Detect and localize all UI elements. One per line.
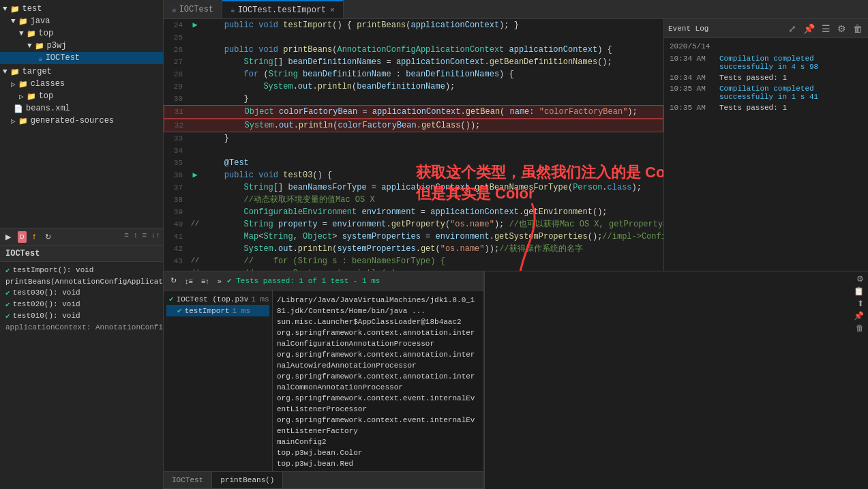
left-toolbar: ▶ D f ↻ ≡ ↕ ≡ ↓↑ bbox=[0, 228, 163, 246]
code-editor[interactable]: 24 ▶ public void testImport() { printBea… bbox=[164, 19, 663, 271]
bottom-tab-ioctest[interactable]: IOCTest bbox=[164, 472, 212, 488]
line-num-42: 42 bbox=[164, 243, 188, 255]
tree-item-top2[interactable]: ▷ 📁 top bbox=[0, 90, 163, 102]
settings-btn[interactable]: ⚙ bbox=[836, 23, 848, 34]
scroll-icon-3[interactable]: ⬆ bbox=[856, 299, 865, 308]
gutter-42 bbox=[188, 243, 202, 255]
line-content-34 bbox=[202, 145, 663, 157]
method-item-2[interactable]: ✔ test030(): void bbox=[3, 287, 160, 299]
console-line-2: org.springframework.context.annotation.i… bbox=[277, 327, 479, 349]
tree-item-p3wj[interactable]: ▼ 📁 p3wj bbox=[0, 40, 163, 52]
test-tree-item-testimport[interactable]: ✔ testImport 1 ms bbox=[166, 305, 269, 316]
tab-ioctest-testimport[interactable]: ☕ IOCTest.testImport × bbox=[222, 0, 344, 18]
code-line-34: 34 bbox=[164, 145, 663, 157]
collapse-btn[interactable]: ≡↑ bbox=[198, 276, 212, 286]
gutter-36[interactable]: ▶ bbox=[188, 169, 202, 181]
event-log-icons: ⤢ 📌 ☰ ⚙ 🗑 bbox=[787, 23, 864, 34]
line-content-42: System.out.println(systemProperties.get(… bbox=[202, 243, 663, 255]
method-item-4[interactable]: ✔ test010(): void bbox=[3, 310, 160, 322]
project-tree[interactable]: ▼ 📁 test ▼ 📁 java ▼ 📁 top ▼ bbox=[0, 0, 163, 228]
tree-label-beans-xml: beans.xml bbox=[26, 104, 70, 113]
tree-item-ioctest[interactable]: ☕ IOCTest bbox=[0, 52, 163, 64]
method-item-1[interactable]: printBeans(AnnotationConfigApplicationCo… bbox=[3, 276, 160, 287]
clear-btn[interactable]: 🗑 bbox=[852, 23, 864, 34]
tree-item-generated[interactable]: ▷ 📁 generated-sources bbox=[0, 115, 163, 127]
line-content-31: Object colorFactoryBean = applicationCon… bbox=[203, 106, 663, 118]
scroll-icon-4[interactable]: 📌 bbox=[852, 311, 865, 321]
gutter-31 bbox=[189, 106, 203, 118]
toolbar-debug-btn[interactable]: D bbox=[18, 231, 27, 243]
toolbar-coverage-btn[interactable]: f bbox=[31, 231, 38, 243]
code-line-35: 35 @Test bbox=[164, 157, 663, 169]
method-item-0[interactable]: ✔ testImport(): void bbox=[3, 265, 160, 276]
gutter-32 bbox=[189, 119, 203, 132]
line-content-33: } bbox=[202, 132, 663, 145]
toolbar-run-btn[interactable]: ▶ bbox=[3, 231, 14, 243]
line-num-35: 35 bbox=[164, 157, 188, 169]
gutter-39 bbox=[188, 206, 202, 218]
line-content-32: System.out.println(colorFactoryBean.getC… bbox=[203, 119, 663, 132]
method-item-5[interactable]: applicationContext: AnnotationConfigAppl… bbox=[3, 322, 160, 333]
more-btn[interactable]: » bbox=[215, 276, 224, 286]
gutter-38 bbox=[188, 194, 202, 206]
tree-item-top[interactable]: ▼ 📁 top bbox=[0, 27, 163, 40]
test-tree-label-ioctest: IOCTest (top.p3v bbox=[177, 295, 249, 303]
tab-close-icon[interactable]: × bbox=[330, 6, 335, 14]
event-text-1: Tests passed: 1 bbox=[719, 74, 787, 82]
sort-btn[interactable]: ↕≡ bbox=[182, 276, 196, 286]
code-line-29: 29 System.out.println(beanDefinitionName… bbox=[164, 80, 663, 93]
folder-icon-java: 📁 bbox=[18, 17, 28, 26]
event-link-0[interactable]: Compilation completed successfully in 4 … bbox=[719, 55, 863, 71]
console-line-1: sun.misc.Launcher$AppClassLoader@18b4aac… bbox=[277, 316, 479, 327]
line-num-32: 32 bbox=[164, 119, 189, 132]
console-line-7: mainConfig2 bbox=[277, 436, 479, 447]
code-lines: 24 ▶ public void testImport() { printBea… bbox=[164, 19, 663, 271]
event-link-2[interactable]: Compilation completed successfully in 1 … bbox=[719, 85, 863, 101]
gutter-44: // bbox=[188, 267, 202, 271]
toolbar-rerun-btn[interactable]: ↻ bbox=[42, 231, 54, 243]
line-content-24: public void testImport() { printBeans(ap… bbox=[202, 19, 663, 31]
chevron-down-icon-top: ▼ bbox=[19, 29, 24, 38]
tree-item-target[interactable]: ▼ 📁 target bbox=[0, 65, 163, 78]
gutter-30 bbox=[188, 93, 202, 105]
rerun-btn[interactable]: ↻ bbox=[168, 275, 179, 286]
chevron-right-icon-classes: ▷ bbox=[11, 80, 16, 89]
class-icon: ☕ bbox=[38, 54, 43, 63]
tree-item-beans-xml[interactable]: 📄 beans.xml bbox=[0, 102, 163, 115]
gutter-34 bbox=[188, 145, 202, 157]
console-line-6: org.springframework.context.event.intern… bbox=[277, 415, 479, 436]
gutter-24[interactable]: ▶ bbox=[188, 19, 202, 31]
tree-label-ioctest: IOCTest bbox=[46, 53, 80, 63]
tab-label-ioctest: IOCTest bbox=[179, 5, 213, 14]
event-log-content: 2020/5/14 10:34 AM Compilation completed… bbox=[664, 38, 868, 271]
scroll-icon-5[interactable]: 🗑 bbox=[854, 323, 865, 333]
scroll-icon-2[interactable]: 📋 bbox=[852, 286, 865, 296]
gutter-29 bbox=[188, 80, 202, 93]
gutter-26 bbox=[188, 44, 202, 56]
event-time-2: 10:35 AM bbox=[670, 85, 714, 93]
tree-item-test[interactable]: ▼ 📁 test bbox=[0, 3, 163, 15]
code-line-30: 30 } bbox=[164, 93, 663, 105]
scroll-icon-1[interactable]: ⚙ bbox=[855, 274, 865, 284]
chevron-right-icon-target: ▼ bbox=[3, 68, 8, 76]
filter-btn[interactable]: ☰ bbox=[820, 23, 832, 34]
test-tree-time-ioctest: 1 ms bbox=[251, 295, 269, 303]
gutter-40: // bbox=[188, 218, 202, 231]
bottom-tab-printbeans[interactable]: printBeans() bbox=[212, 472, 283, 488]
line-content-27: String[] beanDefinitionNames = applicati… bbox=[202, 56, 663, 68]
event-date: 2020/5/14 bbox=[670, 42, 863, 50]
tree-item-java[interactable]: ▼ 📁 java bbox=[0, 15, 163, 27]
tab-ioctest[interactable]: ☕ IOCTest bbox=[164, 0, 222, 18]
code-line-42: 42 System.out.println(systemProperties.g… bbox=[164, 243, 663, 255]
method-item-3[interactable]: ✔ test020(): void bbox=[3, 299, 160, 310]
test-tree-item-ioctest[interactable]: ✔ IOCTest (top.p3v 1 ms bbox=[166, 293, 269, 305]
pass-icon-2: ✔ bbox=[5, 288, 10, 297]
console-output[interactable]: /Library/Java/JavaVirtualMachines/jdk1.8… bbox=[273, 291, 483, 471]
gutter-35 bbox=[188, 157, 202, 169]
chevron-down-icon: ▼ bbox=[3, 5, 8, 13]
expand-btn[interactable]: ⤢ bbox=[787, 23, 798, 34]
line-content-35: @Test bbox=[202, 157, 663, 169]
pin-btn[interactable]: 📌 bbox=[802, 23, 816, 34]
line-content-28: for (String beanDefinitionName : beanDef… bbox=[202, 68, 663, 80]
tree-item-classes[interactable]: ▷ 📁 classes bbox=[0, 78, 163, 90]
